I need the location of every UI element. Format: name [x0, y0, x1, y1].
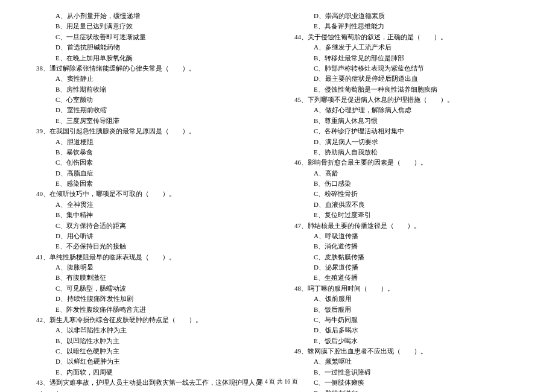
option-line: C、与牛奶同服 — [290, 315, 524, 325]
option-line: D、首选抗胆碱能药物 — [31, 42, 265, 52]
option-line: A、多继发于人工流产术后 — [290, 42, 524, 52]
option-line: D、脑膜刺激征 — [290, 388, 524, 393]
option-line: B、用足量已达到满意疗效 — [31, 21, 265, 31]
option-line: C、心室颤动 — [31, 95, 265, 105]
option-line: E、三度房室传导阻滞 — [31, 116, 265, 126]
option-line: C、粉碎性骨折 — [290, 189, 524, 199]
option-line: A、饭前服用 — [290, 294, 524, 304]
question-line: 45、下列哪项不是促进病人休息的护理措施（ ）。 — [290, 95, 524, 105]
option-line: A、以非凹陷性水肿为主 — [31, 325, 265, 335]
option-line: D、饭后多喝水 — [290, 325, 524, 335]
option-line: C、双方保持合适的距离 — [31, 221, 265, 231]
option-line: C、皮肤黏膜传播 — [290, 252, 524, 262]
option-line: E、生殖道传播 — [290, 273, 524, 283]
question-line: 42、新生儿寒冷损伤综合征皮肤硬肿的特点是（ ）。 — [31, 315, 265, 325]
option-line: A、从小剂量开始，缓慢递增 — [31, 11, 265, 21]
option-line: A、高龄 — [290, 168, 524, 179]
option-line: C、创伤因素 — [31, 157, 265, 168]
option-line: B、以凹陷性水肿为主 — [31, 336, 265, 346]
question-line: 39、在我国引起急性胰腺炎的最常见原因是（ ）。 — [31, 126, 265, 136]
option-line: C、以暗红色硬肿为主 — [31, 346, 265, 356]
page-footer: 第 4 页 共 16 页 — [0, 378, 555, 386]
option-line: E、侵蚀性葡萄胎是一种良性滋养细胞疾病 — [290, 84, 524, 95]
option-line: C、一旦症状改善即可逐渐减量 — [31, 32, 265, 42]
option-line: B、伤口感染 — [290, 179, 524, 189]
option-line: D、持续性腹痛阵发性加剧 — [31, 294, 265, 304]
option-line: E、内面软，四周硬 — [31, 367, 265, 378]
option-line: E、阵发性腹绞痛伴肠鸣音亢进 — [31, 305, 265, 315]
left-column: A、从小剂量开始，缓慢递增B、用足量已达到满意疗效C、一旦症状改善即可逐渐减量D… — [31, 11, 265, 367]
option-line: A、全神贯注 — [31, 200, 265, 210]
right-column: D、崇高的职业道德素质E、具备评判性思维能力44、关于侵蚀性葡萄胎的叙述，正确的… — [290, 11, 524, 367]
option-line: E、复位时过度牵引 — [290, 210, 524, 220]
option-line: D、以鲜红色硬肿为主 — [31, 356, 265, 367]
option-line: B、暴饮暴食 — [31, 147, 265, 157]
option-line: B、饭后服用 — [290, 305, 524, 315]
option-line: A、腹胀明显 — [31, 262, 265, 273]
option-line: D、用心听讲 — [31, 231, 265, 241]
question-line: 38、通过解除紧张情绪能缓解的心律失常是（ ）。 — [31, 63, 265, 74]
option-line: B、尊重病人休息习惯 — [290, 116, 524, 126]
content-columns: A、从小剂量开始，缓慢递增B、用足量已达到满意疗效C、一旦症状改善即可逐渐减量D… — [31, 11, 524, 367]
question-line: 49、蛛网膜下腔出血患者不应出现（ ）。 — [290, 346, 524, 356]
option-line: D、血液供应不良 — [290, 200, 524, 210]
option-line: E、在晚上加用单胺氧化酶 — [31, 53, 265, 63]
option-line: B、一过性意识障碍 — [290, 367, 524, 378]
option-line: E、协助病人自我放松 — [290, 147, 524, 157]
option-line: C、可见肠型，肠蠕动波 — [31, 283, 265, 294]
option-line: B、集中精神 — [31, 210, 265, 220]
option-line: D、最主要的症状是停经后阴道出血 — [290, 74, 524, 84]
option-line: A、胆道梗阻 — [31, 137, 265, 147]
question-line: 46、影响骨折愈合最主要的因素是（ ）。 — [290, 157, 524, 168]
option-line: D、高脂血症 — [31, 168, 265, 179]
option-line: D、室性期前收缩 — [31, 105, 265, 115]
question-line: 47、肺结核最主要的传播途径是（ ）。 — [290, 221, 524, 231]
option-line: B、房性期前收缩 — [31, 84, 265, 95]
option-line: C、各种诊疗护理活动相对集中 — [290, 126, 524, 136]
option-line: A、做好心理护理，解除病人焦虑 — [290, 105, 524, 115]
option-line: A、呼吸道传播 — [290, 231, 524, 241]
option-line: E、感染因素 — [31, 179, 265, 189]
option-line: E、具备评判性思维能力 — [290, 21, 524, 31]
option-line: B、有腹膜刺激征 — [31, 273, 265, 283]
option-line: C、肺部声称转移灶表现为紫蓝色结节 — [290, 63, 524, 74]
option-line: E、饭后少喝水 — [290, 336, 524, 346]
option-line: B、消化道传播 — [290, 241, 524, 251]
question-line: 40、在倾听技巧中，哪项是不可取的（ ）。 — [31, 189, 265, 199]
option-line: D、泌尿道传播 — [290, 262, 524, 273]
option-line: D、满足病人一切要求 — [290, 137, 524, 147]
question-line: 48、吗丁啉的服用时间（ ）。 — [290, 283, 524, 294]
option-line: D、崇高的职业道德素质 — [290, 11, 524, 21]
option-line: A、窦性静止 — [31, 74, 265, 84]
option-line: B、转移灶最常见的部位是肺部 — [290, 53, 524, 63]
option-line: A、频繁呕吐 — [290, 356, 524, 367]
question-line: 44、关于侵蚀性葡萄胎的叙述，正确的是（ ）。 — [290, 32, 524, 42]
question-line: 41、单纯性肠梗阻最早的临床表现是（ ）。 — [31, 252, 265, 262]
option-line: E、不必保持目光的接触 — [31, 241, 265, 251]
